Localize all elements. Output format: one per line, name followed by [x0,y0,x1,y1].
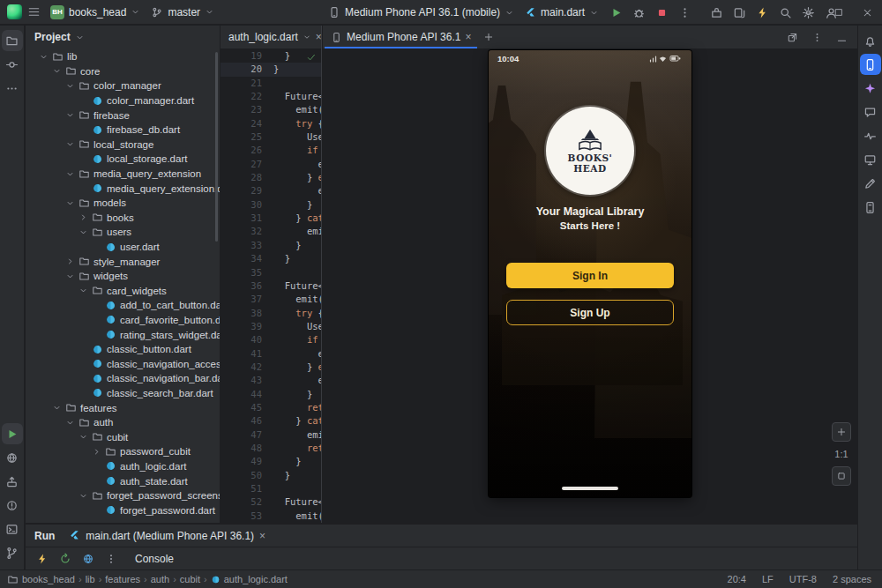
more-actions-button[interactable] [101,549,121,569]
code-line[interactable]: 40 if (us [220,333,321,346]
emulator-screen[interactable]: 10:04 [489,50,691,497]
line-number[interactable]: 51 [220,482,273,495]
line-number[interactable]: 25 [220,130,273,144]
line-number[interactable]: 48 [220,442,273,455]
code-line[interactable]: 29 emit [220,184,321,197]
hide-panel-icon[interactable] [830,26,853,48]
app-insights-tool-button[interactable] [860,125,881,146]
line-number[interactable]: 49 [220,455,273,468]
window-maximize-button[interactable] [824,0,853,25]
gemini-tool-button[interactable] [860,78,881,99]
tree-item-media-query-extension-dart[interactable]: media_query_extension.dart [26,181,220,196]
tab-running-device[interactable]: Medium Phone API 36.1 × [325,26,477,48]
device-selector[interactable]: Medium Phone API 36.1 (mobile) [323,4,519,21]
stop-button[interactable] [650,2,673,23]
edit-tool-tool-button[interactable] [860,173,881,194]
code-line[interactable]: 34 } [220,252,321,265]
tree-item-local-storage[interactable]: local_storage [26,138,220,153]
project-widget[interactable]: BH books_head [45,3,146,22]
problems-tool-button[interactable] [2,495,23,516]
main-menu-icon[interactable] [22,2,45,23]
zoom-fit-button[interactable] [832,466,851,486]
code-line[interactable]: 20} [220,63,321,76]
code-line[interactable]: 35 [220,266,321,279]
line-number[interactable]: 34 [220,252,273,265]
new-tab-icon[interactable] [477,26,500,48]
line-number[interactable]: 52 [220,495,273,509]
line-number[interactable]: 35 [220,266,273,279]
line-number[interactable]: 53 [220,510,273,523]
code-line[interactable]: 45 retur [220,401,321,414]
line-separator[interactable]: LF [762,574,774,584]
hot-restart-button[interactable] [56,549,75,569]
line-number[interactable]: 37 [220,293,273,306]
tree-item-color-manager-dart[interactable]: color_manager.dart [26,93,220,108]
code-line[interactable]: 22 Future<voi [220,90,321,103]
breadcrumb-item[interactable]: auth [151,574,169,584]
tree-item-card-widgets[interactable]: card_widgets [26,284,220,299]
line-number[interactable]: 39 [220,320,273,333]
code-line[interactable]: 46 } catch [220,414,321,428]
line-number[interactable]: 26 [220,144,273,157]
tree-item-core[interactable]: core [26,64,220,79]
code-line[interactable]: 32 emit(A [220,225,321,238]
code-line[interactable]: 33 } [220,239,321,252]
line-number[interactable]: 50 [220,469,273,482]
inspection-ok-icon[interactable] [306,52,317,63]
tree-item-auth-state-dart[interactable]: auth_state.dart [26,473,220,488]
assistant-chat-tool-button[interactable] [860,101,881,123]
console-tab[interactable]: Console [135,553,174,565]
code-line[interactable]: 37 emit(Aut [220,293,321,306]
tree-item-local-storage-dart[interactable]: local_storage.dart [26,152,220,167]
indent-style[interactable]: 2 spaces [833,574,871,584]
open-in-window-icon[interactable] [781,26,804,48]
line-number[interactable]: 42 [220,361,273,374]
code-line[interactable]: 49 } [220,455,321,468]
line-number[interactable]: 23 [220,103,273,116]
deploy-tool-button[interactable] [2,471,23,492]
window-close-button[interactable] [853,0,882,25]
tree-item-forget-password-screens[interactable]: forget_password_screens [26,488,220,503]
tab-close-icon[interactable]: × [316,32,321,42]
line-number[interactable]: 22 [220,90,273,103]
code-line[interactable]: 39 User? [220,320,321,333]
more-actions-icon[interactable] [673,2,696,23]
line-number[interactable]: 45 [220,401,273,414]
more-tools-tool-button[interactable] [2,78,23,99]
line-number[interactable]: 24 [220,117,273,130]
code-line[interactable]: 53 emit(Au [220,510,321,523]
code-line[interactable]: 52 Future<voi [220,495,321,509]
tree-item-auth[interactable]: auth [26,415,220,430]
search-everywhere-icon[interactable] [774,2,796,23]
tree-item-user-dart[interactable]: user.dart [26,240,220,255]
code-line[interactable]: 43 emit [220,374,321,387]
vcs-branch-widget[interactable]: master [146,4,220,21]
line-number[interactable]: 31 [220,212,273,225]
code-line[interactable]: 48 retur [220,442,321,455]
line-number[interactable]: 32 [220,225,273,238]
sign-in-button[interactable]: Sign In [506,263,674,288]
tree-item-auth-logic-dart[interactable]: auth_logic.dart [26,459,220,474]
debug-button[interactable] [627,2,650,23]
tree-item-style-manager[interactable]: style_manager [26,254,220,269]
tree-item-classic-navigation-bar-dart[interactable]: classic_navigation_bar.dart [26,371,220,386]
device-mirror-icon[interactable] [728,2,751,23]
code-line[interactable]: 28 } else [220,171,321,184]
line-number[interactable]: 21 [220,77,273,90]
project-panel-header[interactable]: Project [26,26,220,48]
tab-close-icon[interactable]: × [465,32,471,42]
tab-auth-logic[interactable]: auth_logic.dart × [222,26,321,48]
tree-item-classic-navigation-access-dart[interactable]: classic_navigation_access.dart [26,356,220,371]
tree-item-users[interactable]: users [26,225,220,240]
code-line[interactable]: 24 try { [220,117,321,130]
line-number[interactable]: 20 [220,63,273,76]
run-button[interactable] [604,2,627,23]
tab-close-icon[interactable]: × [259,531,265,541]
code-line[interactable]: 25 User? [220,130,321,144]
line-number[interactable]: 41 [220,347,273,361]
code-line[interactable]: 30 } [220,198,321,212]
file-encoding[interactable]: UTF-8 [789,574,817,584]
cursor-position[interactable]: 20:4 [728,574,746,584]
sign-up-button[interactable]: Sign Up [506,300,674,325]
project-tool-button[interactable] [2,30,23,51]
